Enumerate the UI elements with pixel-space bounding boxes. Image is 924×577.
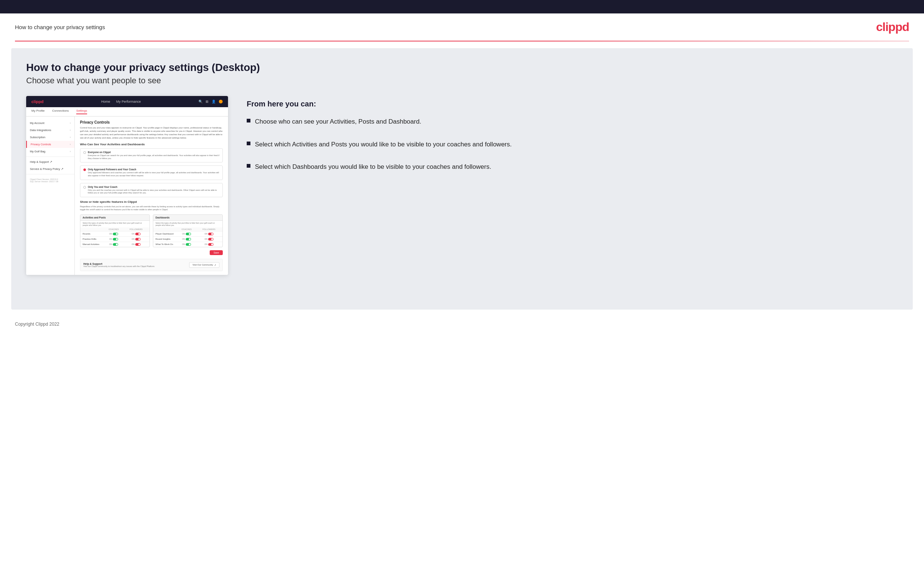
save-button[interactable]: Save: [210, 250, 223, 255]
help-section: Help & Support Visit our Clippd communit…: [80, 259, 223, 271]
dashboards-table-desc: Select the types of activity that you'd …: [153, 221, 222, 227]
bullet-square: [247, 142, 250, 145]
app-layout: My Account › Data Integrations › Subscri…: [26, 116, 228, 275]
subnav-connections[interactable]: Connections: [52, 109, 69, 114]
dashboards-table-header: Dashboards: [153, 215, 222, 221]
app-sidebar: My Account › Data Integrations › Subscri…: [26, 116, 75, 275]
wtwon-followers-toggle[interactable]: ON: [198, 243, 220, 246]
player-coaches-toggle[interactable]: ON: [175, 233, 198, 235]
radio-label-only-you: Only You and Your Coach: [88, 185, 220, 188]
player-followers-toggle[interactable]: ON: [198, 233, 220, 235]
privacy-controls-desc: Control how you and your data appears to…: [80, 126, 223, 140]
app-nav-icons: 🔍 ⊞ 👤 🟠: [199, 100, 223, 103]
sidebar-divider-2: [26, 174, 74, 174]
help-desc: Visit our Clippd community to troublesho…: [83, 265, 155, 268]
radio-label-everyone: Everyone on Clippd: [88, 151, 220, 153]
list-item: Choose who can see your Activities, Post…: [247, 117, 898, 127]
chevron-icon: ›: [70, 129, 71, 131]
activities-table-desc: Select the types of activity that you'd …: [80, 221, 150, 227]
sidebar-item-subscription[interactable]: Subscription ›: [26, 134, 74, 141]
show-hide-title: Show or hide specific features in Clippd: [80, 200, 223, 203]
app-nav-bar: clippd Home My Performance 🔍 ⊞ 👤 🟠: [26, 96, 228, 107]
table-row: What To Work On ON ON: [153, 242, 222, 247]
chevron-icon: ›: [70, 136, 71, 139]
list-item: Select which Dashboards you would like t…: [247, 163, 898, 172]
toggle-tables: Activities and Posts Select the types of…: [80, 214, 223, 247]
radio-circle-only-you: [83, 186, 86, 189]
radio-circle-everyone: [83, 151, 86, 154]
table-row: Round Insights ON ON: [153, 236, 222, 242]
radio-text-everyone: Everyone on Clippd can search for you an…: [88, 154, 220, 160]
activities-col-headers: COACHES FOLLOWERS: [80, 227, 150, 231]
sidebar-item-data-integrations[interactable]: Data Integrations ›: [26, 127, 74, 134]
radio-option-everyone[interactable]: Everyone on Clippd Everyone on Clippd ca…: [80, 148, 223, 163]
drills-followers-toggle[interactable]: ON: [125, 238, 147, 240]
radio-option-only-you[interactable]: Only You and Your Coach Only you and the…: [80, 183, 223, 197]
radio-label-followers: Only Approved Followers and Your Coach: [88, 168, 220, 171]
show-hide-desc: Regardless of the privacy controls that …: [80, 205, 223, 211]
save-row: Save: [80, 250, 223, 255]
external-link-icon: ↗: [214, 264, 216, 266]
app-subnav: My Profile Connections Settings: [26, 107, 228, 116]
nav-my-performance[interactable]: My Performance: [116, 100, 141, 103]
subnav-my-profile[interactable]: My Profile: [31, 109, 45, 114]
bullet-text-3: Select which Dashboards you would like t…: [255, 163, 491, 172]
footer: Copyright Clippd 2022: [0, 316, 924, 332]
coaches-col-label: COACHES: [102, 228, 125, 230]
copyright-text: Copyright Clippd 2022: [15, 322, 60, 327]
radio-option-followers[interactable]: Only Approved Followers and Your Coach O…: [80, 166, 223, 180]
rounds-coaches-toggle[interactable]: ON: [102, 233, 125, 235]
logo: clippd: [876, 20, 909, 34]
manual-followers-toggle[interactable]: ON: [125, 243, 147, 246]
help-title: Help & Support: [83, 263, 155, 265]
visit-community-button[interactable]: Visit Our Community ↗: [189, 262, 220, 268]
screenshot: clippd Home My Performance 🔍 ⊞ 👤 🟠 My Pr…: [26, 96, 228, 275]
sidebar-item-service-privacy[interactable]: Service & Privacy Policy ↗: [26, 166, 74, 172]
bullet-square: [247, 164, 250, 168]
header-title: How to change your privacy settings: [15, 24, 105, 30]
chevron-icon: ›: [70, 122, 71, 124]
drills-coaches-toggle[interactable]: ON: [102, 238, 125, 240]
avatar-icon[interactable]: 🟠: [219, 100, 223, 103]
content-row: clippd Home My Performance 🔍 ⊞ 👤 🟠 My Pr…: [26, 96, 898, 275]
bullet-list: Choose who can see your Activities, Post…: [247, 117, 898, 172]
wtwon-coaches-toggle[interactable]: ON: [175, 243, 198, 246]
activities-table-header: Activities and Posts: [80, 215, 150, 221]
sidebar-item-help-support[interactable]: Help & Support ↗: [26, 158, 74, 166]
manual-coaches-toggle[interactable]: ON: [102, 243, 125, 246]
subnav-settings[interactable]: Settings: [76, 109, 87, 114]
sidebar-version: Clippd Client Version: 2022.8.2SQL Serve…: [26, 176, 74, 185]
round-followers-toggle[interactable]: ON: [198, 238, 220, 240]
who-can-see-title: Who Can See Your Activities and Dashboar…: [80, 143, 223, 146]
coaches-col-label-d: COACHES: [175, 228, 198, 230]
radio-circle-followers: [83, 168, 86, 171]
chevron-icon: ›: [70, 143, 71, 146]
header-divider: [15, 41, 909, 42]
bullet-text-1: Choose who can see your Activities, Post…: [255, 117, 421, 127]
table-row: Rounds ON ON: [80, 231, 150, 236]
sidebar-item-my-account[interactable]: My Account ›: [26, 119, 74, 127]
header: How to change your privacy settings clip…: [0, 13, 924, 41]
table-row: Practice Drills ON ON: [80, 236, 150, 242]
nav-home[interactable]: Home: [101, 100, 110, 103]
top-bar: [0, 0, 924, 13]
profile-icon[interactable]: 👤: [212, 100, 216, 103]
list-item: Select which Activities and Posts you wo…: [247, 140, 898, 149]
app-nav-links: Home My Performance: [101, 100, 141, 103]
grid-icon[interactable]: ⊞: [205, 100, 208, 103]
sidebar-item-privacy-controls[interactable]: Privacy Controls ›: [26, 141, 74, 148]
search-icon[interactable]: 🔍: [199, 100, 203, 103]
dashboards-table: Dashboards Select the types of activity …: [153, 214, 223, 247]
sidebar-divider: [26, 156, 74, 157]
bullet-square: [247, 119, 250, 122]
privacy-controls-title: Privacy Controls: [80, 120, 223, 124]
sub-heading: Choose what you want people to see: [26, 76, 898, 85]
round-coaches-toggle[interactable]: ON: [175, 238, 198, 240]
sidebar-item-my-golf-bag[interactable]: My Golf Bag ›: [26, 148, 74, 155]
followers-col-label-d: FOLLOWERS: [198, 228, 220, 230]
main-content: How to change your privacy settings (Des…: [11, 48, 913, 309]
rounds-followers-toggle[interactable]: ON: [125, 233, 147, 235]
from-here-heading: From here you can:: [247, 100, 898, 108]
radio-text-only-you: Only you and the coaches you connect wit…: [88, 189, 220, 195]
table-row: Manual Activities ON ON: [80, 242, 150, 247]
